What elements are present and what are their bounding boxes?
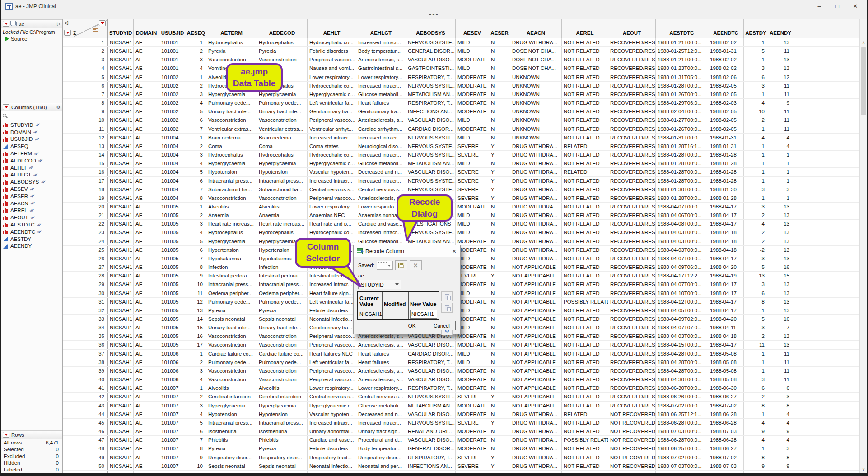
table-cell[interactable] [833,298,859,306]
table-cell[interactable]: Hydrocephalus [257,151,308,159]
close-button[interactable]: ✕ [846,1,864,12]
table-cell[interactable] [833,38,859,46]
table-cell[interactable] [833,82,859,90]
table-cell[interactable]: Pulmonary oede... [206,99,257,107]
table-cell[interactable]: 4 [186,159,206,167]
table-cell[interactable]: N [489,306,510,314]
table-cell[interactable]: 101005 [159,272,186,280]
table-cell[interactable]: NICSAH1 [108,306,134,314]
table-cell[interactable] [833,306,859,314]
table-cell[interactable]: 3 [744,82,768,90]
table-cell[interactable]: Hypokalaemia [206,254,257,263]
table-cell[interactable]: Glucose metaboli... [356,159,406,167]
table-cell[interactable]: 101005 [159,306,186,314]
table-cell[interactable]: Intracranial press... [206,177,257,185]
table-cell[interactable]: Peripheral vasoco... [308,375,356,384]
table-cell[interactable]: RECOVERED/RES... [608,47,656,55]
table-cell[interactable]: NOT APPLICABLE [510,341,562,349]
table-cell[interactable]: Y [489,419,510,427]
table-cell[interactable]: 1988-01-23T00:0... [656,64,708,72]
table-cell[interactable]: Genitourinary tra... [356,107,406,116]
table-cell[interactable]: 1988-06-26T00:0... [656,471,708,473]
table-cell[interactable]: Arteriosclerosis, s... [356,116,406,124]
sidebar-column-item-studyid[interactable]: STUDYID✔ [1,121,62,129]
table-cell[interactable]: Brain oedema [257,134,308,142]
table-cell[interactable]: 1988-05-08 [708,350,744,358]
row-number[interactable]: 37 [63,350,108,358]
table-cell[interactable]: RESPIRATORY, T... [406,358,456,366]
table-cell[interactable]: NOT APPLICABLE [510,289,562,297]
table-cell[interactable]: NICSAH1 [108,203,134,211]
table-cell[interactable]: AE [134,462,159,470]
table-cell[interactable]: 101007 [159,419,186,427]
table-cell[interactable]: Neonatal infectio... [308,462,356,470]
table-cell[interactable] [793,315,833,323]
table-cell[interactable]: 1988-01-28 [708,151,744,159]
table-cell[interactable]: DRUG WITHDRA... [510,471,562,473]
table-cell[interactable]: 1988-01-21T00:0... [656,55,708,64]
table-cell[interactable]: 1988-04-05T00:0... [656,306,708,314]
table-cell[interactable]: 10 [744,107,768,116]
table-cell[interactable]: 1988-01-31 [708,47,744,55]
table-cell[interactable]: 101002 [159,125,186,133]
table-cell[interactable]: 1 [744,142,768,150]
sidebar-column-item-domain[interactable]: DOMAIN✔ [1,129,62,136]
table-cell[interactable]: 1988-02-02 [708,38,744,46]
table-cell[interactable]: NOT RECOVERED... [608,419,656,427]
table-cell[interactable]: 1988-02-02 [708,55,744,64]
table-cell[interactable]: MILD [456,220,489,228]
table-cell[interactable]: 1988-04-10T00:0... [656,289,708,297]
table-cell[interactable]: 11 [768,107,793,116]
table-cell[interactable] [793,358,833,366]
table-cell[interactable]: Hydrocephalic co... [308,228,356,236]
table-cell[interactable]: NOT APPLICABLE [510,350,562,358]
table-cell[interactable]: Genitourinary tra... [308,107,356,116]
table-cell[interactable]: 1988-04-03T00:0... [656,332,708,340]
table-cell[interactable] [793,393,833,401]
table-cell[interactable]: Vasoconstriction [206,367,257,375]
table-cell[interactable]: METABOLISM AN... [406,159,456,167]
row-number[interactable]: 30 [63,289,108,297]
table-cell[interactable]: Procedural and d... [356,436,406,444]
table-cell[interactable] [793,228,833,236]
table-cell[interactable]: 3 [186,151,206,159]
table-cell[interactable] [833,350,859,358]
table-cell[interactable]: NICSAH1 [108,142,134,150]
table-cell[interactable]: 13 [768,246,793,254]
table-cell[interactable]: NOT RELATED [562,393,608,401]
table-cell[interactable]: 11 [768,82,793,90]
table-cell[interactable]: Increased intracr... [356,151,406,159]
table-cell[interactable]: Vascular hypoten... [308,168,356,176]
table-cell[interactable]: Pyrexia [257,47,308,55]
row-number[interactable]: 7 [63,90,108,98]
table-cell[interactable]: Oedema peripher... [206,289,257,297]
table-cell[interactable] [793,194,833,202]
table-cell[interactable] [793,402,833,410]
table-cell[interactable]: Central nervous s... [308,471,356,473]
row-number[interactable]: 44 [63,410,108,418]
table-cell[interactable]: MILD [456,116,489,124]
table-cell[interactable] [793,341,833,349]
table-cell[interactable]: 13 [768,298,793,306]
table-cell[interactable]: 15 [768,272,793,280]
table-cell[interactable]: 1988-01-29T06:0... [656,99,708,107]
table-cell[interactable]: NERVOUS SYSTE... [406,82,456,90]
table-cell[interactable]: 1988-04-17 [708,341,744,349]
table-cell[interactable]: 8 [744,402,768,410]
table-cell[interactable]: 1988-04-03T00:0... [656,228,708,236]
sidebar-column-item-aebodsys[interactable]: AEBODSYS✔ [1,178,62,185]
table-cell[interactable]: NICSAH1 [108,375,134,384]
table-cell[interactable]: AE [134,107,159,116]
table-cell[interactable]: NOT APPLICABLE [510,384,562,392]
table-cell[interactable]: Hypertension [206,246,257,254]
table-cell[interactable]: N [489,436,510,444]
table-cell[interactable]: 101001 [159,55,186,64]
table-cell[interactable]: 1988-04-19 [708,272,744,280]
table-cell[interactable] [793,246,833,254]
table-cell[interactable]: 3 [744,203,768,211]
table-cell[interactable]: NERVOUS SYSTE... [406,177,456,185]
table-cell[interactable]: DRUG WITHDRA... [510,211,562,219]
table-cell[interactable]: NOT RELATED [562,444,608,453]
table-cell[interactable]: RECOVERED/RES... [608,220,656,228]
table-cell[interactable]: MODERATE [456,298,489,306]
